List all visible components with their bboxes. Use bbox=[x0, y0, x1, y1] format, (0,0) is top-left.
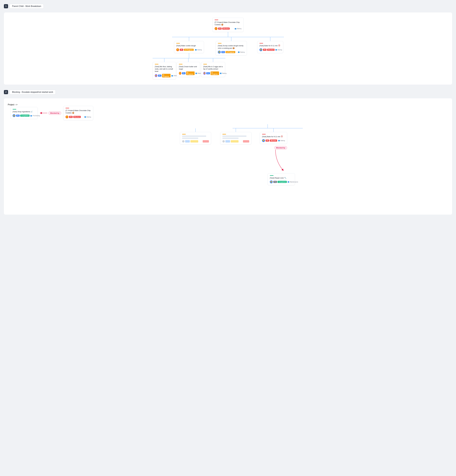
dough-avatar: 🙂 bbox=[176, 48, 179, 51]
dough-status: In Progress bbox=[184, 49, 194, 51]
root-status: Blocked bbox=[222, 27, 230, 30]
flour-avatar: 🙂 bbox=[155, 74, 157, 77]
card-mix-flour[interactable]: [Task] Mix flour, baking soda, and salt … bbox=[153, 62, 176, 79]
branch-scoop: [Task] Scoop cookie dough evenly onto a … bbox=[214, 37, 248, 55]
butter-avatar: 🙂 bbox=[179, 72, 181, 75]
section2-level2: [Task] Bake for 9-11 min ⏰ 🙂 P0 Blocked … bbox=[8, 128, 448, 173]
level3-h-bar bbox=[153, 58, 225, 58]
card-scoop[interactable]: [Task] Scoop cookie dough evenly onto a … bbox=[216, 41, 247, 55]
level2-h-bar bbox=[172, 37, 284, 37]
card-blurred-1 bbox=[180, 132, 211, 144]
section-1: 1 Parent Child - Work Breakdown [🗒 Proje… bbox=[4, 4, 452, 85]
repair-avatar: 🙂 bbox=[270, 180, 273, 183]
section-1-header: 1 Parent Child - Work Breakdown bbox=[4, 4, 452, 8]
section-2-header: 2 Blocking - Escalate stopped/not starte… bbox=[4, 90, 452, 94]
bake2-avatar: 🙂 bbox=[262, 139, 265, 142]
repair-container: [Task] Repair oven 🔧 🙂 P2 Completed 👥 Ma… bbox=[268, 173, 295, 185]
card-project-2[interactable]: [🗒 Project] Make Chocolate Chip Cookies … bbox=[63, 106, 93, 120]
card-bake[interactable]: [Task] Bake for 9-11 min ⏰ 🙂 P0 Blocked … bbox=[257, 41, 283, 53]
card-shop[interactable]: [Task] Shop ingredients 🛒 🙂 P1 Completed… bbox=[10, 107, 38, 119]
branch-make-dough: [Task] Make cookie dough 🙂 P0 In Progres… bbox=[172, 37, 206, 79]
section-2-title: Blocking - Escalate stopped/not started … bbox=[10, 90, 56, 94]
level2-row: [Task] Make cookie dough 🙂 P0 In Progres… bbox=[172, 37, 284, 79]
root-priority: P0 bbox=[218, 27, 222, 30]
card-make-dough[interactable]: [Task] Make cookie dough 🙂 P0 In Progres… bbox=[174, 41, 204, 53]
card-cream-butter[interactable]: [Task] Cream butter and sugar 🙂 P1 In Pr… bbox=[177, 62, 200, 77]
root-team: 👥 Baking bbox=[235, 28, 241, 29]
blocked-by-row: [Task] Shop ingredients 🛒 🙂 P1 Completed… bbox=[8, 106, 448, 120]
blocked-label-2: Blocked by bbox=[274, 146, 287, 150]
branch-bake: [Task] Bake for 9-11 min ⏰ 🙂 P0 Blocked … bbox=[257, 37, 284, 53]
section-1-number: 1 bbox=[4, 4, 8, 8]
section-1-diagram: [🗒 Project] Make Chocolate Chip Cookies … bbox=[4, 12, 452, 85]
section-1-title: Parent Child - Work Breakdown bbox=[10, 4, 44, 8]
project2-avatar: 🙂 bbox=[66, 116, 68, 118]
bake-avatar: 🙂 bbox=[259, 48, 262, 51]
root-card[interactable]: [🗒 Project] Make Chocolate Chip Cookies … bbox=[212, 18, 244, 32]
card-bake-2[interactable]: [Task] Bake for 9-11 min ⏰ 🙂 P0 Blocked … bbox=[260, 132, 287, 144]
root-accent bbox=[215, 20, 218, 20]
blocked-arrow-1 bbox=[40, 111, 48, 115]
card-repair[interactable]: [Task] Repair oven 🔧 🙂 P2 Completed 👥 Ma… bbox=[268, 173, 295, 185]
root-footer: 🙂 P0 Blocked 👥 Baking bbox=[215, 27, 241, 30]
blocked-arrow-2 bbox=[264, 150, 287, 173]
shop-avatar: 🙂 bbox=[13, 114, 16, 117]
card-blurred-2 bbox=[220, 132, 251, 144]
section-2-number: 2 bbox=[4, 90, 8, 94]
blocked-connector-1: Blocked by bbox=[40, 111, 61, 115]
scoop-avatar: 🙂 bbox=[218, 51, 221, 53]
eggs-avatar: 🙂 bbox=[203, 72, 206, 75]
level3-row: [Task] Mix flour, baking soda, and salt … bbox=[153, 58, 225, 79]
blocked-label-1: Blocked by bbox=[48, 111, 61, 115]
section-2-diagram: Project --> [Task] Shop ingredients 🛒 🙂 … bbox=[4, 98, 452, 215]
section-2: 2 Blocking - Escalate stopped/not starte… bbox=[4, 90, 452, 215]
root-v-connector bbox=[228, 32, 228, 37]
card-mix-eggs[interactable]: [Task] Mix in 2 eggs and a tsp of vanill… bbox=[201, 62, 225, 77]
root-avatar: 🙂 bbox=[215, 27, 217, 30]
root-title: [🗒 Project] Make Chocolate Chip Cookies … bbox=[215, 21, 241, 26]
dough-priority: P0 bbox=[180, 49, 183, 51]
